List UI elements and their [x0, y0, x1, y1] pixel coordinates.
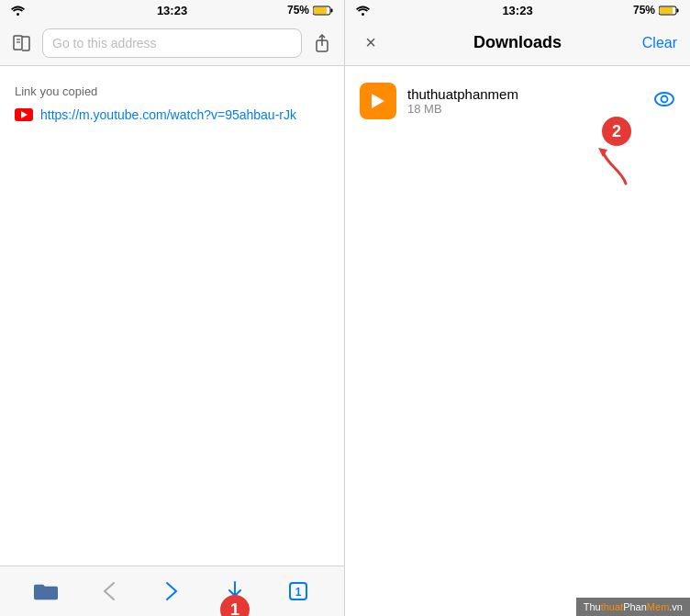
download-item[interactable]: thuthuatphanmem 18 MB	[345, 73, 690, 129]
address-bar: Go to this address	[0, 20, 344, 66]
svg-point-15	[655, 93, 673, 106]
tabs-icon: 1	[288, 581, 308, 601]
downloads-list: thuthuatphanmem 18 MB 2	[345, 66, 690, 616]
watermark-dot: .vn	[669, 601, 683, 612]
youtube-link-row: https://m.youtube.com/watch?v=95ahbau-rJ…	[15, 107, 329, 122]
book-icon	[12, 34, 32, 52]
watermark: ThuthuatPhanMem.vn	[576, 598, 690, 616]
svg-rect-3	[331, 8, 333, 12]
arrow-2	[594, 142, 640, 188]
right-status-right-icons: 75%	[633, 4, 679, 17]
svg-rect-13	[660, 7, 673, 14]
clear-button[interactable]: Clear	[642, 35, 677, 51]
status-bar-right: 13:23 75%	[345, 0, 690, 20]
download-name: thuthuatphanmem	[407, 86, 642, 102]
close-button[interactable]: ×	[358, 30, 384, 56]
wifi-icon-right	[356, 6, 370, 16]
status-bar-left: 13:23 75%	[0, 0, 344, 20]
play-icon	[372, 94, 384, 108]
left-panel: 13:23 75% Go to this address	[0, 0, 345, 616]
eye-icon[interactable]	[653, 91, 675, 112]
download-button[interactable]: 1	[218, 575, 251, 608]
folder-button[interactable]	[29, 575, 62, 608]
bookmarks-button[interactable]	[9, 30, 35, 56]
svg-point-11	[362, 13, 364, 16]
svg-marker-17	[598, 148, 607, 157]
forward-icon	[165, 581, 178, 601]
eye-svg	[653, 91, 675, 107]
share-icon	[314, 33, 330, 53]
right-panel: 13:23 75% × Downloads Clear thuthuatphan…	[345, 0, 690, 616]
link-copied-label: Link you copied	[15, 84, 329, 98]
svg-point-16	[662, 95, 668, 102]
watermark-thu: Thu	[584, 601, 601, 612]
back-button[interactable]	[93, 575, 126, 608]
watermark-phan: Phan	[623, 601, 647, 612]
right-status-left-icons	[356, 6, 370, 16]
time-right: 13:23	[502, 4, 532, 17]
downloads-header: × Downloads Clear	[345, 20, 690, 66]
downloads-title: Downloads	[473, 33, 562, 52]
download-icon	[225, 580, 245, 602]
address-placeholder: Go to this address	[52, 36, 157, 50]
youtube-url[interactable]: https://m.youtube.com/watch?v=95ahbau-rJ…	[40, 107, 296, 122]
address-input[interactable]: Go to this address	[42, 28, 302, 58]
youtube-icon	[15, 108, 33, 121]
watermark-mem: Mem	[647, 601, 669, 612]
battery-percent-left: 75%	[287, 4, 309, 17]
folder-icon	[34, 581, 58, 601]
download-info: thuthuatphanmem 18 MB	[407, 86, 642, 116]
back-icon	[103, 581, 116, 601]
battery-icon-left	[313, 6, 333, 16]
left-content: Link you copied https://m.youtube.com/wa…	[0, 66, 344, 566]
watermark-thuat: thuat	[601, 601, 623, 612]
forward-button[interactable]	[155, 575, 188, 608]
time-left: 13:23	[157, 4, 187, 17]
wifi-icon	[11, 6, 25, 16]
download-thumbnail	[360, 83, 396, 119]
bottom-toolbar-left: 1 1	[0, 566, 344, 616]
svg-point-0	[17, 13, 19, 16]
svg-rect-14	[677, 8, 679, 12]
svg-text:1: 1	[295, 586, 301, 599]
left-status-icons	[11, 6, 25, 16]
close-label: ×	[365, 32, 376, 53]
battery-percent-right: 75%	[633, 4, 655, 17]
download-size: 18 MB	[407, 102, 642, 116]
right-status-icons-left: 75%	[287, 4, 333, 17]
tabs-button[interactable]: 1	[282, 575, 315, 608]
battery-icon-right	[659, 6, 679, 16]
svg-rect-2	[314, 7, 327, 14]
share-button[interactable]	[309, 30, 335, 56]
